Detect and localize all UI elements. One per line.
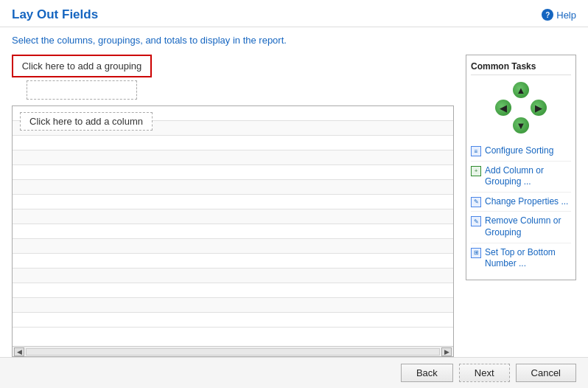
horizontal-scrollbar[interactable]: ◀ ▶ [13,346,453,356]
cancel-button[interactable]: Cancel [516,364,576,382]
task-configure-sorting-label: Configure Sorting [485,145,553,157]
subtitle-text-after: . [284,35,287,46]
right-arrow-icon: ▶ [531,100,547,116]
empty-cell [530,81,547,99]
task-configure-sorting[interactable]: ≡ Configure Sorting [471,142,571,162]
add-grouping-button[interactable]: Click here to add a grouping [12,55,152,77]
left-arrow-icon: ◀ [495,100,511,116]
set-top-bottom-icon: ⊞ [471,248,481,258]
grid-row [13,209,453,224]
task-change-properties-label: Change Properties ... [485,196,568,208]
help-icon: ? [542,9,553,21]
move-left-button[interactable]: ◀ [494,99,512,117]
empty-cell [512,99,530,117]
task-set-top-bottom[interactable]: ⊞ Set Top or Bottom Number ... [471,243,571,274]
remove-column-icon: ✎ [471,216,481,226]
change-properties-icon: ✎ [471,197,481,207]
up-arrow-icon: ▲ [513,82,529,98]
task-remove-column-label: Remove Column or Grouping [485,215,571,238]
move-down-button[interactable]: ▼ [512,117,530,134]
grouping-sub-placeholder [27,80,137,100]
grid-row [13,195,453,209]
grid-row [13,298,453,313]
task-change-properties[interactable]: ✎ Change Properties ... [471,193,571,212]
grid-row [13,165,453,180]
task-add-column-label: Add Column or Grouping ... [485,165,571,188]
arrow-navigation: ▲ ◀ ▶ ▼ [494,81,547,134]
empty-cell [530,117,547,134]
grid-row [13,150,453,165]
task-set-top-bottom-label: Set Top or Bottom Number ... [485,247,571,270]
page-title: Lay Out Fields [12,7,98,22]
left-panel: Click here to add a grouping [12,52,454,357]
grid-row [13,254,453,269]
grid-rows [13,106,453,328]
grid-row [13,313,453,328]
footer: Back Next Cancel [0,357,588,388]
task-remove-column[interactable]: ✎ Remove Column or Grouping [471,212,571,243]
subtitle-highlight: display in the report [200,35,284,46]
grid-row [13,136,453,150]
down-arrow-icon: ▼ [513,117,529,134]
empty-cell [494,117,512,134]
help-label: Help [556,10,576,21]
right-panel: Common Tasks ▲ ◀ ▶ [466,52,576,357]
move-up-button[interactable]: ▲ [512,81,530,99]
next-button[interactable]: Next [459,364,510,382]
grid-row [13,180,453,195]
scroll-left-arrow[interactable]: ◀ [14,347,24,356]
empty-grid [13,106,453,346]
grid-row [13,224,453,239]
scroll-thumb-track[interactable] [26,348,440,356]
grid-row [13,239,453,254]
help-link[interactable]: ? Help [542,9,576,21]
page-container: Lay Out Fields ? Help Select the columns… [0,0,588,388]
add-column-button[interactable]: Click here to add a column [20,112,153,131]
add-column-icon: + [471,166,481,176]
column-area-wrapper: Click here to add a column ◀ ▶ [12,105,454,357]
sort-icon: ≡ [471,146,481,156]
scroll-right-arrow[interactable]: ▶ [441,347,452,356]
header: Lay Out Fields ? Help [0,0,588,27]
grid-row [13,269,453,283]
move-right-button[interactable]: ▶ [530,99,547,117]
grid-row [13,283,453,298]
task-add-column[interactable]: + Add Column or Grouping ... [471,162,571,193]
main-content: Click here to add a grouping [0,52,588,357]
subtitle: Select the columns, groupings, and total… [0,27,588,52]
empty-cell [494,81,512,99]
subtitle-text-before: Select the columns, groupings, and total… [12,35,200,46]
back-button[interactable]: Back [401,364,453,382]
common-tasks-box: Common Tasks ▲ ◀ ▶ [466,55,576,280]
common-tasks-title: Common Tasks [471,61,571,75]
